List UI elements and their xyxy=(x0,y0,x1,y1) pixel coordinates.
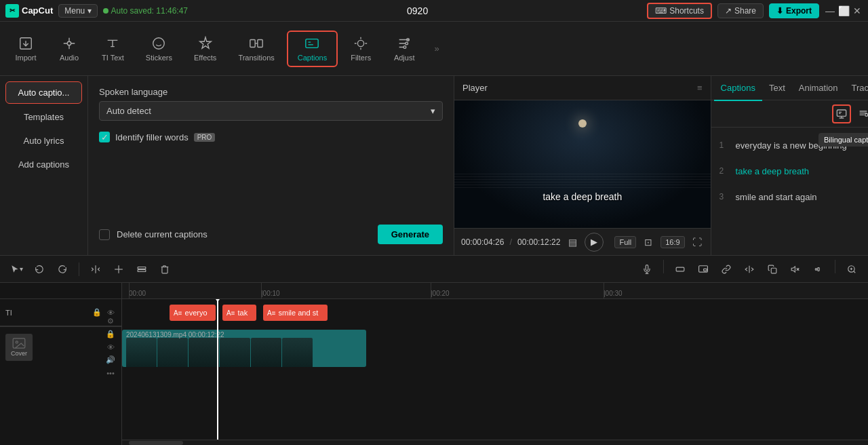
export-label: Export xyxy=(786,6,812,16)
split-tool[interactable] xyxy=(86,260,105,279)
ruler-mark-10: |00:10 xyxy=(261,290,280,297)
identify-filler-label: Identify filler words xyxy=(115,132,189,142)
delete-captions-checkbox[interactable] xyxy=(99,229,110,240)
fit-icon[interactable]: ⊡ xyxy=(642,235,655,249)
tab-captions[interactable]: Captions xyxy=(714,80,762,96)
captions-lock-btn[interactable]: 🔒 xyxy=(92,307,102,318)
tool-audio[interactable]: Audio xyxy=(49,32,90,66)
bilingual-tooltip: Bilingual captions xyxy=(818,133,868,147)
pip-btn[interactable] xyxy=(694,260,713,279)
menu-button[interactable]: Menu ▾ xyxy=(58,4,97,18)
tool-captions[interactable]: Captions xyxy=(287,31,338,67)
left-btn-add-captions[interactable]: Add captions xyxy=(5,154,82,175)
app-logo: ✂ CapCut xyxy=(5,4,53,18)
delete-tool[interactable] xyxy=(155,260,174,279)
play-button[interactable]: ▶ xyxy=(585,233,604,252)
identify-filler-row: ✓ Identify filler words PRO xyxy=(99,132,443,142)
tab-text[interactable]: Text xyxy=(762,80,792,96)
svg-point-9 xyxy=(403,45,406,48)
identify-filler-checkbox[interactable]: ✓ xyxy=(99,132,110,142)
video-volume-btn[interactable]: 🔊 xyxy=(105,355,116,366)
split-vertical-tool[interactable] xyxy=(109,260,128,279)
tool-effects[interactable]: Effects xyxy=(184,32,226,66)
generate-button[interactable]: Generate xyxy=(378,225,443,244)
pro-badge: PRO xyxy=(194,133,216,142)
timeline-icon[interactable]: ▤ xyxy=(566,235,579,249)
minimize-button[interactable]: — xyxy=(825,5,835,16)
tool-filters[interactable]: Filters xyxy=(340,32,381,66)
tool-adjust[interactable]: Adjust xyxy=(384,32,425,66)
tool-stickers[interactable]: Stickers xyxy=(136,32,182,66)
svg-rect-35 xyxy=(13,338,25,347)
caption-chip-1[interactable]: everyo xyxy=(170,305,216,321)
video-block[interactable]: 202406131309.mp4 00:00:12:22 xyxy=(122,330,366,367)
left-btn-auto-lyrics[interactable]: Auto lyrics xyxy=(5,130,82,151)
close-button[interactable]: ✕ xyxy=(852,5,863,16)
autosave-dot xyxy=(103,8,108,14)
video-settings-btn[interactable]: ⚙ xyxy=(105,316,116,327)
svg-rect-4 xyxy=(258,39,262,47)
volume-mute-btn[interactable] xyxy=(809,260,828,279)
caption-num-1: 1 xyxy=(719,140,730,150)
share-label: Share xyxy=(734,6,756,16)
cover-thumbnail: Cover xyxy=(5,334,33,361)
quality-btn[interactable]: Full xyxy=(614,236,636,248)
tool-text[interactable]: TI Text xyxy=(92,32,134,66)
link-btn[interactable] xyxy=(717,260,736,279)
video-background xyxy=(454,100,711,228)
player-menu-icon[interactable]: ≡ xyxy=(697,83,703,93)
video-water-lines xyxy=(454,174,711,190)
redo-tool[interactable] xyxy=(53,260,72,279)
split2-btn[interactable] xyxy=(740,260,759,279)
bilingual-captions-btn[interactable] xyxy=(832,104,851,123)
shortcuts-button[interactable]: ⌨ Shortcuts xyxy=(647,3,712,19)
tab-animation[interactable]: Animation xyxy=(792,80,845,96)
caption-chip-2[interactable]: tak xyxy=(222,305,256,321)
left-btn-templates[interactable]: Templates xyxy=(5,107,82,128)
export-button[interactable]: ⬇ Export xyxy=(769,3,819,18)
split-horizontal-tool[interactable] xyxy=(132,260,151,279)
duplicate-btn[interactable] xyxy=(763,260,782,279)
timeline-toolbar: ▾ xyxy=(0,256,868,283)
share-button[interactable]: ↗ Share xyxy=(717,3,764,18)
tool-import[interactable]: Import xyxy=(5,32,46,66)
scroll-thumb[interactable] xyxy=(129,441,183,445)
mic-btn[interactable] xyxy=(637,260,656,279)
caption-num-3: 3 xyxy=(719,191,730,201)
svg-point-6 xyxy=(358,40,364,46)
main-area: Auto captio... Templates Auto lyrics Add… xyxy=(0,76,868,255)
tool-transitions[interactable]: Transitions xyxy=(229,32,283,66)
caption-chip-3[interactable]: smile and st xyxy=(263,305,328,321)
fullscreen-icon[interactable]: ⛶ xyxy=(690,235,704,249)
total-time: 00:00:12:22 xyxy=(517,237,560,247)
toolbar-expand[interactable]: » xyxy=(429,41,445,57)
tab-tracking[interactable]: Tracking xyxy=(845,80,868,96)
topbar-right: ⌨ Shortcuts ↗ Share ⬇ Export — ⬜ ✕ xyxy=(647,3,863,19)
caption-item-3[interactable]: 3 smile and start again + ⊟ xyxy=(711,185,868,210)
right-tabs: Captions Text Animation Tracking » xyxy=(711,76,868,100)
maximize-button[interactable]: ⬜ xyxy=(838,5,849,16)
captions-row: everyo tak smile and st xyxy=(122,299,868,326)
video-eye-btn[interactable]: 👁 xyxy=(105,342,116,353)
captions-track-header: TI 🔒 👁 xyxy=(0,299,121,326)
svg-point-2 xyxy=(153,37,165,49)
svg-rect-17 xyxy=(138,267,146,269)
ruler-mark-0: 00:00 xyxy=(129,290,146,297)
timeline-scrollbar[interactable] xyxy=(122,440,868,445)
left-btn-auto-captions[interactable]: Auto captio... xyxy=(5,81,82,104)
zoom-in-btn[interactable] xyxy=(842,260,861,279)
language-dropdown[interactable]: Auto detect ▾ xyxy=(99,101,443,121)
video-more-btn[interactable]: ••• xyxy=(105,368,116,379)
cover-label: Cover xyxy=(11,350,27,357)
video-lock-btn[interactable]: 🔒 xyxy=(105,329,116,340)
toolbar-sep-2 xyxy=(663,260,664,273)
volume-down-btn[interactable] xyxy=(786,260,805,279)
main-track-btn[interactable] xyxy=(671,260,690,279)
caption-item-2[interactable]: 2 take a deep breath + ⊟ xyxy=(711,159,868,185)
aspect-btn[interactable]: 16:9 xyxy=(660,236,684,248)
undo-tool[interactable] xyxy=(30,260,49,279)
cursor-tool[interactable]: ▾ xyxy=(7,260,26,279)
list-settings-btn[interactable] xyxy=(854,104,868,123)
svg-point-8 xyxy=(406,42,408,45)
playhead[interactable] xyxy=(217,299,218,440)
